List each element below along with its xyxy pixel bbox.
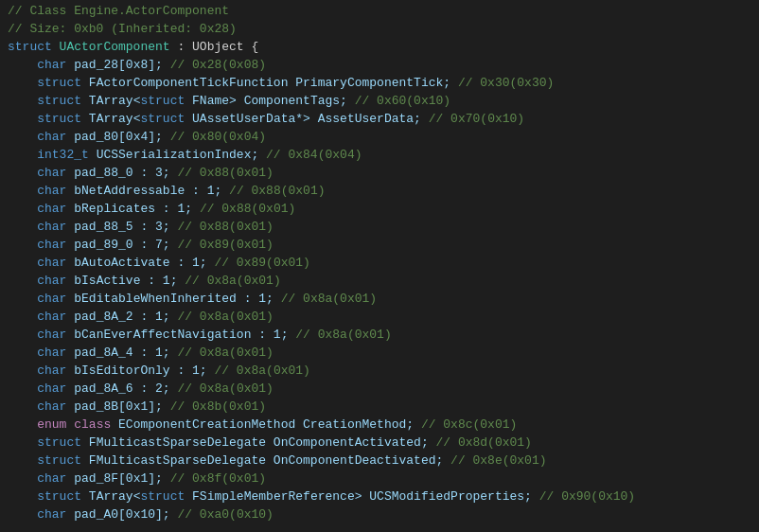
code-segment: pad_28[0x8]; — [66, 58, 169, 72]
code-segment: FMulticastSparseDelegate OnComponentDeac… — [81, 453, 450, 468]
code-segment: char — [37, 364, 66, 378]
code-line: char bReplicates : 1; // 0x88(0x01) — [0, 200, 759, 218]
code-segment — [8, 76, 37, 90]
code-segment: UCSSerializationIndex; — [89, 148, 266, 162]
code-segment: struct — [37, 453, 81, 468]
code-segment — [8, 274, 37, 288]
code-segment — [8, 238, 37, 252]
code-segment: char — [37, 292, 66, 306]
code-segment: : UObject { — [170, 40, 259, 54]
code-segment: pad_89_0 : 7; — [66, 238, 177, 252]
code-segment — [8, 435, 37, 450]
code-segment: char — [37, 184, 66, 198]
code-segment: // 0x8e(0x01) — [450, 453, 546, 468]
code-segment — [8, 130, 37, 144]
code-line: // Class Engine.ActorComponent — [0, 2, 759, 20]
code-segment: char — [37, 328, 66, 342]
code-segment: // 0x80(0x04) — [170, 130, 266, 144]
code-segment: char — [37, 202, 66, 216]
code-segment: pad_8A_2 : 1; — [66, 310, 177, 324]
code-segment: char — [37, 381, 66, 396]
code-line: char bAutoActivate : 1; // 0x89(0x01) — [0, 254, 759, 272]
code-segment: bIsActive : 1; — [66, 274, 185, 288]
code-line: char pad_8A_6 : 2; // 0x8a(0x01) — [0, 380, 759, 398]
code-segment: // 0x8a(0x01) — [281, 292, 377, 306]
code-segment: UAssetUserData*> AssetUserData; — [185, 112, 428, 126]
code-line: char pad_8B[0x1]; // 0x8b(0x01) — [0, 398, 759, 416]
code-segment: pad_88_5 : 3; — [66, 220, 177, 234]
code-segment: struct — [37, 435, 81, 450]
code-segment: // 0x88(0x01) — [229, 184, 325, 198]
code-segment: char — [37, 471, 66, 486]
code-segment — [8, 399, 37, 414]
code-segment — [8, 346, 37, 360]
code-segment: pad_88_0 : 3; — [66, 166, 177, 180]
code-line: struct FMulticastSparseDelegate OnCompon… — [0, 452, 759, 470]
code-segment: FActorComponentTickFunction PrimaryCompo… — [81, 76, 458, 90]
code-segment: // 0x88(0x01) — [177, 166, 273, 180]
code-line: // Size: 0xb0 (Inherited: 0x28) — [0, 20, 759, 38]
code-segment: // 0x28(0x08) — [170, 58, 266, 72]
code-segment — [8, 471, 37, 486]
code-segment: pad_8A_6 : 2; — [66, 381, 177, 396]
code-segment — [8, 94, 37, 108]
code-segment: bNetAddressable : 1; — [66, 184, 229, 198]
code-segment: // 0x8c(0x01) — [421, 417, 517, 432]
code-segment: // 0x8f(0x01) — [170, 471, 266, 486]
code-segment: // 0x8a(0x01) — [214, 364, 309, 378]
code-segment: // 0x8a(0x01) — [295, 328, 391, 342]
code-line: char pad_8F[0x1]; // 0x8f(0x01) — [0, 470, 759, 488]
code-segment: TArray< — [81, 489, 140, 504]
code-line: struct TArray<struct FName> ComponentTag… — [0, 92, 759, 110]
code-segment: // 0x88(0x01) — [200, 202, 295, 216]
code-segment — [8, 112, 37, 126]
code-segment: // 0xa0(0x10) — [177, 507, 273, 522]
code-segment: pad_8F[0x1]; — [66, 471, 169, 486]
code-line: struct FActorComponentTickFunction Prima… — [0, 74, 759, 92]
code-line: char bEditableWhenInherited : 1; // 0x8a… — [0, 290, 759, 308]
code-segment: pad_8B[0x1]; — [66, 399, 169, 414]
code-segment: char — [37, 274, 66, 288]
code-segment: struct — [140, 112, 185, 126]
code-segment — [8, 292, 37, 306]
code-segment: // 0x8a(0x01) — [177, 346, 273, 360]
code-segment — [8, 58, 37, 72]
code-segment: // 0x8b(0x01) — [170, 399, 266, 414]
code-segment: TArray< — [81, 94, 140, 108]
code-segment: bCanEverAffectNavigation : 1; — [66, 328, 295, 342]
code-segment: struct — [140, 489, 185, 504]
code-line: char pad_88_0 : 3; // 0x88(0x01) — [0, 164, 759, 182]
code-line: int32_t UCSSerializationIndex; // 0x84(0… — [0, 146, 759, 164]
code-segment — [8, 166, 37, 180]
code-editor: // Class Engine.ActorComponent// Size: 0… — [0, 0, 759, 532]
code-segment — [8, 328, 37, 342]
code-segment: char — [37, 256, 66, 270]
code-segment: char — [37, 166, 66, 180]
code-segment: // 0x90(0x10) — [539, 489, 635, 504]
code-segment: TArray< — [81, 112, 140, 126]
code-segment — [8, 381, 37, 396]
code-segment: // Size: 0xb0 (Inherited: 0x28) — [8, 22, 237, 36]
code-segment: // 0x8a(0x01) — [177, 381, 273, 396]
code-line: char pad_89_0 : 7; // 0x89(0x01) — [0, 236, 759, 254]
code-line: enum class EComponentCreationMethod Crea… — [0, 416, 759, 434]
code-segment: FMulticastSparseDelegate OnComponentActi… — [81, 435, 435, 450]
code-segment: // 0x88(0x01) — [177, 220, 273, 234]
code-line: char pad_80[0x4]; // 0x80(0x04) — [0, 128, 759, 146]
code-segment: bAutoActivate : 1; — [66, 256, 214, 270]
code-segment: char — [37, 58, 66, 72]
code-line: struct TArray<struct UAssetUserData*> As… — [0, 110, 759, 128]
code-segment: pad_8A_4 : 1; — [66, 346, 177, 360]
code-segment: FName> ComponentTags; — [185, 94, 354, 108]
code-segment: struct — [37, 112, 81, 126]
code-segment: char — [37, 238, 66, 252]
code-segment: FSimpleMemberReference> UCSModifiedPrope… — [185, 489, 538, 504]
code-segment: char — [37, 346, 66, 360]
code-line: struct FMulticastSparseDelegate OnCompon… — [0, 434, 759, 452]
code-segment — [8, 202, 37, 216]
code-segment — [8, 364, 37, 378]
code-line: struct TArray<struct FSimpleMemberRefere… — [0, 488, 759, 505]
code-segment: char — [37, 220, 66, 234]
code-segment: pad_A0[0x10]; — [66, 507, 177, 522]
code-segment: // Class Engine.ActorComponent — [8, 4, 229, 18]
